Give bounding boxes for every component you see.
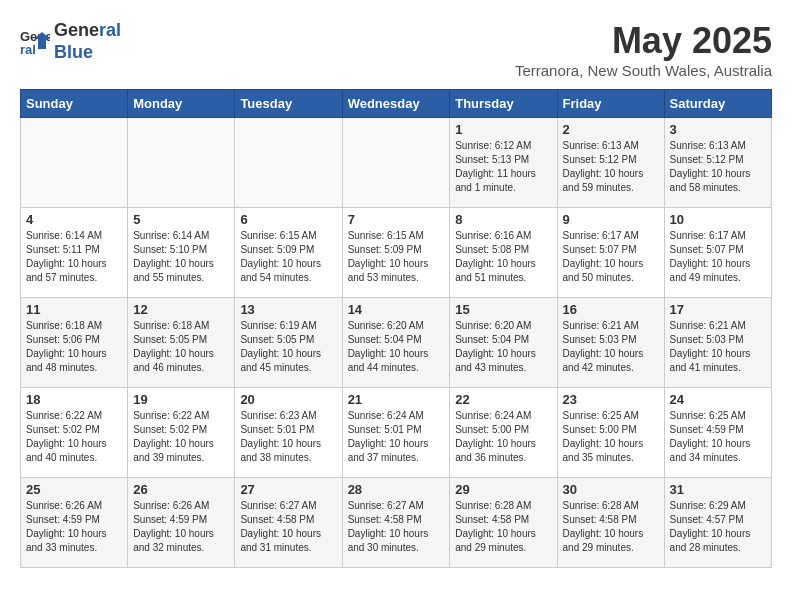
day-number: 2 — [563, 122, 659, 137]
calendar-cell: 9Sunrise: 6:17 AMSunset: 5:07 PMDaylight… — [557, 208, 664, 298]
calendar-cell: 21Sunrise: 6:24 AMSunset: 5:01 PMDayligh… — [342, 388, 450, 478]
day-info: Sunrise: 6:22 AMSunset: 5:02 PMDaylight:… — [133, 409, 229, 465]
day-number: 11 — [26, 302, 122, 317]
day-number: 22 — [455, 392, 551, 407]
day-info: Sunrise: 6:19 AMSunset: 5:05 PMDaylight:… — [240, 319, 336, 375]
day-info: Sunrise: 6:16 AMSunset: 5:08 PMDaylight:… — [455, 229, 551, 285]
calendar-cell: 18Sunrise: 6:22 AMSunset: 5:02 PMDayligh… — [21, 388, 128, 478]
calendar-cell: 30Sunrise: 6:28 AMSunset: 4:58 PMDayligh… — [557, 478, 664, 568]
day-number: 27 — [240, 482, 336, 497]
page-header: Gene ral GeneralBlue May 2025 Terranora,… — [20, 20, 772, 79]
day-number: 30 — [563, 482, 659, 497]
day-number: 28 — [348, 482, 445, 497]
calendar-week-4: 18Sunrise: 6:22 AMSunset: 5:02 PMDayligh… — [21, 388, 772, 478]
calendar-week-3: 11Sunrise: 6:18 AMSunset: 5:06 PMDayligh… — [21, 298, 772, 388]
calendar-cell: 10Sunrise: 6:17 AMSunset: 5:07 PMDayligh… — [664, 208, 771, 298]
calendar-cell — [235, 118, 342, 208]
day-number: 31 — [670, 482, 766, 497]
day-number: 8 — [455, 212, 551, 227]
day-number: 26 — [133, 482, 229, 497]
day-number: 21 — [348, 392, 445, 407]
calendar-cell: 15Sunrise: 6:20 AMSunset: 5:04 PMDayligh… — [450, 298, 557, 388]
calendar-cell — [128, 118, 235, 208]
day-info: Sunrise: 6:24 AMSunset: 5:00 PMDaylight:… — [455, 409, 551, 465]
day-info: Sunrise: 6:29 AMSunset: 4:57 PMDaylight:… — [670, 499, 766, 555]
day-info: Sunrise: 6:27 AMSunset: 4:58 PMDaylight:… — [240, 499, 336, 555]
day-info: Sunrise: 6:22 AMSunset: 5:02 PMDaylight:… — [26, 409, 122, 465]
calendar-table: SundayMondayTuesdayWednesdayThursdayFrid… — [20, 89, 772, 568]
day-number: 16 — [563, 302, 659, 317]
calendar-cell: 11Sunrise: 6:18 AMSunset: 5:06 PMDayligh… — [21, 298, 128, 388]
day-info: Sunrise: 6:20 AMSunset: 5:04 PMDaylight:… — [348, 319, 445, 375]
day-number: 10 — [670, 212, 766, 227]
calendar-cell: 8Sunrise: 6:16 AMSunset: 5:08 PMDaylight… — [450, 208, 557, 298]
day-info: Sunrise: 6:18 AMSunset: 5:05 PMDaylight:… — [133, 319, 229, 375]
day-info: Sunrise: 6:14 AMSunset: 5:10 PMDaylight:… — [133, 229, 229, 285]
day-info: Sunrise: 6:26 AMSunset: 4:59 PMDaylight:… — [133, 499, 229, 555]
weekday-header-row: SundayMondayTuesdayWednesdayThursdayFrid… — [21, 90, 772, 118]
day-number: 15 — [455, 302, 551, 317]
day-info: Sunrise: 6:15 AMSunset: 5:09 PMDaylight:… — [240, 229, 336, 285]
calendar-cell: 24Sunrise: 6:25 AMSunset: 4:59 PMDayligh… — [664, 388, 771, 478]
calendar-cell: 17Sunrise: 6:21 AMSunset: 5:03 PMDayligh… — [664, 298, 771, 388]
calendar-cell: 22Sunrise: 6:24 AMSunset: 5:00 PMDayligh… — [450, 388, 557, 478]
calendar-week-2: 4Sunrise: 6:14 AMSunset: 5:11 PMDaylight… — [21, 208, 772, 298]
calendar-week-1: 1Sunrise: 6:12 AMSunset: 5:13 PMDaylight… — [21, 118, 772, 208]
day-number: 9 — [563, 212, 659, 227]
day-number: 25 — [26, 482, 122, 497]
day-info: Sunrise: 6:25 AMSunset: 5:00 PMDaylight:… — [563, 409, 659, 465]
calendar-cell: 29Sunrise: 6:28 AMSunset: 4:58 PMDayligh… — [450, 478, 557, 568]
calendar-cell: 12Sunrise: 6:18 AMSunset: 5:05 PMDayligh… — [128, 298, 235, 388]
logo-text: GeneralBlue — [54, 20, 121, 63]
weekday-header-saturday: Saturday — [664, 90, 771, 118]
logo-icon: Gene ral — [20, 27, 50, 57]
calendar-cell: 5Sunrise: 6:14 AMSunset: 5:10 PMDaylight… — [128, 208, 235, 298]
day-info: Sunrise: 6:28 AMSunset: 4:58 PMDaylight:… — [455, 499, 551, 555]
weekday-header-wednesday: Wednesday — [342, 90, 450, 118]
day-number: 1 — [455, 122, 551, 137]
calendar-cell: 31Sunrise: 6:29 AMSunset: 4:57 PMDayligh… — [664, 478, 771, 568]
day-number: 12 — [133, 302, 229, 317]
calendar-cell: 25Sunrise: 6:26 AMSunset: 4:59 PMDayligh… — [21, 478, 128, 568]
day-info: Sunrise: 6:20 AMSunset: 5:04 PMDaylight:… — [455, 319, 551, 375]
day-number: 14 — [348, 302, 445, 317]
day-number: 24 — [670, 392, 766, 407]
day-number: 5 — [133, 212, 229, 227]
day-info: Sunrise: 6:17 AMSunset: 5:07 PMDaylight:… — [670, 229, 766, 285]
calendar-cell: 20Sunrise: 6:23 AMSunset: 5:01 PMDayligh… — [235, 388, 342, 478]
day-info: Sunrise: 6:15 AMSunset: 5:09 PMDaylight:… — [348, 229, 445, 285]
day-number: 6 — [240, 212, 336, 227]
day-number: 20 — [240, 392, 336, 407]
logo: Gene ral GeneralBlue — [20, 20, 121, 63]
day-number: 4 — [26, 212, 122, 227]
calendar-week-5: 25Sunrise: 6:26 AMSunset: 4:59 PMDayligh… — [21, 478, 772, 568]
month-title: May 2025 — [515, 20, 772, 62]
day-info: Sunrise: 6:13 AMSunset: 5:12 PMDaylight:… — [670, 139, 766, 195]
day-info: Sunrise: 6:26 AMSunset: 4:59 PMDaylight:… — [26, 499, 122, 555]
location: Terranora, New South Wales, Australia — [515, 62, 772, 79]
calendar-cell: 16Sunrise: 6:21 AMSunset: 5:03 PMDayligh… — [557, 298, 664, 388]
day-info: Sunrise: 6:21 AMSunset: 5:03 PMDaylight:… — [670, 319, 766, 375]
calendar-cell — [342, 118, 450, 208]
calendar-cell — [21, 118, 128, 208]
weekday-header-tuesday: Tuesday — [235, 90, 342, 118]
calendar-cell: 26Sunrise: 6:26 AMSunset: 4:59 PMDayligh… — [128, 478, 235, 568]
day-info: Sunrise: 6:18 AMSunset: 5:06 PMDaylight:… — [26, 319, 122, 375]
calendar-cell: 23Sunrise: 6:25 AMSunset: 5:00 PMDayligh… — [557, 388, 664, 478]
calendar-cell: 2Sunrise: 6:13 AMSunset: 5:12 PMDaylight… — [557, 118, 664, 208]
calendar-cell: 27Sunrise: 6:27 AMSunset: 4:58 PMDayligh… — [235, 478, 342, 568]
weekday-header-monday: Monday — [128, 90, 235, 118]
calendar-cell: 28Sunrise: 6:27 AMSunset: 4:58 PMDayligh… — [342, 478, 450, 568]
day-number: 7 — [348, 212, 445, 227]
day-info: Sunrise: 6:13 AMSunset: 5:12 PMDaylight:… — [563, 139, 659, 195]
day-number: 3 — [670, 122, 766, 137]
day-number: 13 — [240, 302, 336, 317]
day-info: Sunrise: 6:14 AMSunset: 5:11 PMDaylight:… — [26, 229, 122, 285]
calendar-cell: 7Sunrise: 6:15 AMSunset: 5:09 PMDaylight… — [342, 208, 450, 298]
day-info: Sunrise: 6:28 AMSunset: 4:58 PMDaylight:… — [563, 499, 659, 555]
day-info: Sunrise: 6:27 AMSunset: 4:58 PMDaylight:… — [348, 499, 445, 555]
day-info: Sunrise: 6:23 AMSunset: 5:01 PMDaylight:… — [240, 409, 336, 465]
day-number: 19 — [133, 392, 229, 407]
day-number: 29 — [455, 482, 551, 497]
calendar-cell: 13Sunrise: 6:19 AMSunset: 5:05 PMDayligh… — [235, 298, 342, 388]
